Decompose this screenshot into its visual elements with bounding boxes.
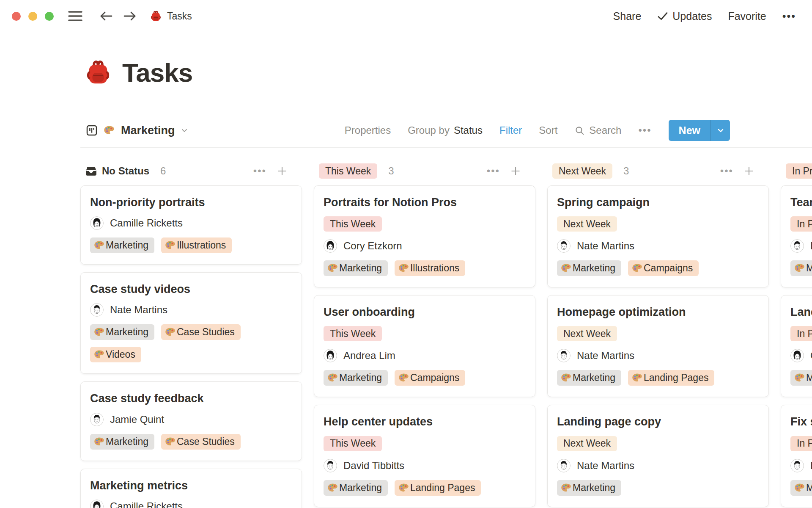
toolbar-divider: [80, 147, 812, 148]
card-title: Tear: [790, 196, 812, 209]
status-pill: In P: [790, 436, 812, 451]
tag-list: M: [790, 260, 812, 276]
add-card-button[interactable]: [510, 166, 521, 177]
backpack-icon: [150, 11, 162, 22]
palette-icon: [93, 326, 105, 338]
column-controls: •••: [720, 165, 754, 177]
card[interactable]: Fix sIn PDM: [781, 405, 812, 507]
tag-pill: M: [790, 480, 812, 496]
filter-button[interactable]: Filter: [499, 124, 522, 136]
tag-list: MarketingIllustrations: [324, 260, 465, 276]
tag-pill: Marketing: [324, 480, 388, 496]
palette-icon: [93, 349, 105, 360]
back-arrow-icon[interactable]: [99, 10, 113, 22]
card[interactable]: Case study videosNate MartinsMarketingCa…: [80, 272, 302, 374]
avatar: [324, 349, 337, 362]
tag-pill: Campaigns: [628, 260, 699, 276]
card[interactable]: Homepage optimizationNext WeekNate Marti…: [547, 295, 769, 397]
board-view-icon: [85, 124, 98, 137]
tag-label: Campaigns: [410, 372, 459, 384]
column-header-next-week: Next Week3•••: [547, 163, 769, 179]
tag-label: Landing Pages: [410, 482, 475, 494]
card[interactable]: Landing page copyNext WeekNate MartinsMa…: [547, 405, 769, 507]
palette-icon: [165, 326, 176, 338]
add-card-button[interactable]: [277, 166, 288, 177]
tag-label: M: [806, 482, 812, 494]
page-title[interactable]: Tasks: [122, 58, 192, 88]
search-icon: [574, 125, 585, 136]
card-title: Portraits for Notion Pros: [324, 196, 457, 209]
tag-label: Videos: [106, 349, 135, 360]
chevron-down-icon: [180, 126, 189, 135]
favorite-button[interactable]: Favorite: [728, 10, 766, 22]
assignee: David Tibbitts: [324, 459, 404, 472]
assignee: Nate Martins: [557, 349, 634, 362]
card[interactable]: Spring campaignNext WeekNate MartinsMark…: [547, 185, 769, 287]
group-by-button[interactable]: Group byStatus: [408, 124, 483, 136]
sidebar-menu-icon[interactable]: [68, 10, 82, 22]
avatar: [324, 459, 337, 472]
tag-label: Illustrations: [410, 262, 459, 274]
assignee: D: [790, 239, 812, 253]
card[interactable]: LandIn PCMLa: [781, 295, 812, 397]
tag-pill: Campaigns: [395, 370, 465, 386]
tag-label: Marketing: [573, 372, 615, 384]
card[interactable]: Non-priority portraitsCamille RickettsMa…: [80, 185, 302, 265]
search-button[interactable]: Search: [574, 124, 621, 136]
add-card-button[interactable]: [743, 166, 754, 177]
tag-list: MarketingIllustrations: [90, 237, 232, 253]
tag-label: M: [806, 262, 812, 274]
palette-icon: [398, 372, 409, 384]
avatar: [790, 239, 804, 253]
column-cards: Spring campaignNext WeekNate MartinsMark…: [547, 185, 769, 507]
status-pill: Next Week: [557, 216, 617, 232]
column-more-icon[interactable]: •••: [720, 165, 733, 177]
tag-pill: Illustrations: [395, 260, 465, 276]
palette-icon: [631, 262, 643, 274]
updates-button[interactable]: Updates: [657, 10, 712, 22]
column-controls: •••: [487, 165, 521, 177]
window-title: Tasks: [167, 11, 192, 22]
card[interactable]: Case study feedbackJamie QuintMarketingC…: [80, 381, 302, 461]
card[interactable]: User onboardingThis WeekAndrea LimMarket…: [314, 295, 535, 397]
card-title: Fix s: [790, 415, 812, 428]
tag-label: Campaigns: [644, 262, 693, 274]
card[interactable]: TearIn PDM: [781, 185, 812, 287]
more-options-icon[interactable]: •••: [782, 10, 796, 22]
sort-button[interactable]: Sort: [539, 124, 557, 136]
new-dropdown-chevron-icon[interactable]: [710, 120, 730, 141]
forward-arrow-icon[interactable]: [123, 10, 137, 22]
new-button[interactable]: New: [669, 120, 710, 141]
column-more-icon[interactable]: •••: [487, 165, 500, 177]
person-name: Nate Martins: [577, 240, 634, 252]
palette-icon: [327, 372, 338, 384]
card[interactable]: Help center updatesThis WeekDavid Tibbit…: [314, 405, 535, 507]
column-cards: TearIn PDMLandIn PCMLaFix sIn PDM: [781, 185, 812, 507]
share-button[interactable]: Share: [613, 10, 642, 22]
avatar: [790, 459, 804, 472]
board-column-next-week: Next Week3•••Spring campaignNext WeekNat…: [547, 163, 769, 507]
card[interactable]: Portraits for Notion ProsThis WeekCory E…: [314, 185, 535, 287]
avatar: [90, 500, 104, 508]
tag-pill: Illustrations: [161, 237, 232, 253]
column-header-no-status: No Status6•••: [80, 163, 302, 179]
palette-icon: [794, 372, 805, 384]
properties-button[interactable]: Properties: [345, 124, 391, 136]
column-status-pill: This Week: [319, 163, 377, 179]
palette-icon: [560, 372, 572, 384]
assignee: Nate Martins: [557, 239, 634, 253]
assignee: D: [790, 459, 812, 472]
tag-list: MarketingCase StudiesVideos: [90, 324, 292, 362]
avatar: [557, 239, 571, 253]
close-window-button[interactable]: [12, 12, 21, 21]
board-column-this-week: This Week3•••Portraits for Notion ProsTh…: [314, 163, 535, 507]
page-icon-backpack[interactable]: [85, 60, 111, 86]
column-more-icon[interactable]: •••: [253, 165, 266, 177]
view-more-icon[interactable]: •••: [638, 124, 651, 136]
column-card-count: 3: [623, 165, 629, 177]
minimize-window-button[interactable]: [28, 12, 37, 21]
zoom-window-button[interactable]: [45, 12, 54, 21]
card[interactable]: Marketing metricsCamille Ricketts: [80, 469, 302, 508]
view-switcher[interactable]: Marketing: [85, 124, 189, 137]
status-pill: In P: [790, 216, 812, 232]
